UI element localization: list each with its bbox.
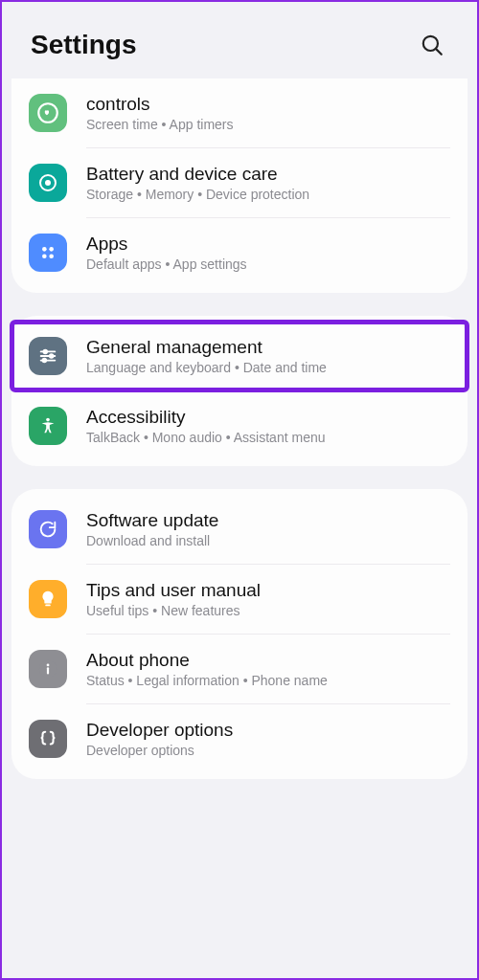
settings-item-title: Apps bbox=[86, 234, 450, 255]
settings-item-sub: Storage • Memory • Device protection bbox=[86, 187, 450, 202]
settings-item-title: Accessibility bbox=[86, 407, 450, 428]
sliders-icon bbox=[29, 337, 67, 375]
settings-item-texts: Software update Download and install bbox=[86, 510, 450, 548]
device-care-icon bbox=[29, 164, 67, 202]
search-button[interactable] bbox=[416, 29, 448, 61]
settings-item-tips[interactable]: Tips and user manual Useful tips • New f… bbox=[11, 565, 468, 634]
svg-point-10 bbox=[43, 350, 47, 354]
settings-item-title: Software update bbox=[86, 510, 450, 531]
settings-item-sub: Default apps • App settings bbox=[86, 256, 450, 272]
heart-shield-icon bbox=[29, 94, 67, 132]
accessibility-icon bbox=[29, 407, 67, 445]
settings-item-sub: Useful tips • New features bbox=[86, 603, 450, 618]
search-icon bbox=[420, 33, 445, 57]
settings-item-sub: Download and install bbox=[86, 533, 450, 548]
settings-item-texts: Accessibility TalkBack • Mono audio • As… bbox=[86, 407, 450, 445]
svg-rect-16 bbox=[45, 605, 51, 607]
update-icon bbox=[29, 510, 67, 548]
header: Settings bbox=[2, 2, 477, 78]
settings-item-title: Battery and device care bbox=[86, 164, 450, 185]
svg-point-14 bbox=[43, 359, 47, 363]
svg-point-4 bbox=[45, 180, 51, 186]
settings-item-title: Developer options bbox=[86, 720, 450, 741]
settings-item-title: controls bbox=[86, 94, 450, 115]
settings-item-texts: Battery and device care Storage • Memory… bbox=[86, 164, 450, 202]
settings-item-sub: TalkBack • Mono audio • Assistant menu bbox=[86, 430, 450, 445]
settings-group: controls Screen time • App timers Batter… bbox=[11, 78, 468, 293]
svg-point-8 bbox=[49, 254, 54, 258]
svg-point-15 bbox=[46, 418, 50, 422]
settings-item-sub: Language and keyboard • Date and time bbox=[86, 360, 450, 375]
settings-item-title: General management bbox=[86, 337, 450, 358]
page-title: Settings bbox=[31, 30, 136, 60]
settings-item-apps[interactable]: Apps Default apps • App settings bbox=[11, 218, 468, 287]
svg-rect-19 bbox=[47, 667, 49, 674]
settings-item-sub: Status • Legal information • Phone name bbox=[86, 673, 450, 688]
settings-item-about-phone[interactable]: About phone Status • Legal information •… bbox=[11, 635, 468, 703]
settings-item-sub: Developer options bbox=[86, 743, 450, 758]
settings-item-texts: About phone Status • Legal information •… bbox=[86, 650, 450, 688]
apps-icon bbox=[29, 234, 67, 272]
settings-item-title: About phone bbox=[86, 650, 450, 671]
settings-group: General management Language and keyboard… bbox=[11, 316, 468, 466]
info-icon bbox=[29, 650, 67, 688]
settings-item-sub: Screen time • App timers bbox=[86, 117, 450, 132]
lightbulb-icon bbox=[29, 580, 67, 618]
svg-point-6 bbox=[49, 247, 54, 252]
settings-item-texts: Tips and user manual Useful tips • New f… bbox=[86, 580, 450, 618]
svg-point-12 bbox=[50, 354, 54, 358]
settings-item-texts: General management Language and keyboard… bbox=[86, 337, 450, 375]
settings-item-texts: controls Screen time • App timers bbox=[86, 94, 450, 132]
settings-item-title: Tips and user manual bbox=[86, 580, 450, 601]
braces-icon bbox=[29, 720, 67, 758]
settings-item-controls[interactable]: controls Screen time • App timers bbox=[11, 78, 468, 147]
svg-point-5 bbox=[42, 247, 47, 252]
settings-item-accessibility[interactable]: Accessibility TalkBack • Mono audio • As… bbox=[11, 391, 468, 460]
settings-item-developer-options[interactable]: Developer options Developer options bbox=[11, 704, 468, 773]
settings-item-software-update[interactable]: Software update Download and install bbox=[11, 495, 468, 564]
settings-item-texts: Developer options Developer options bbox=[86, 720, 450, 758]
svg-line-1 bbox=[436, 49, 442, 55]
settings-group: Software update Download and install Tip… bbox=[11, 489, 468, 779]
settings-item-general-management[interactable]: General management Language and keyboard… bbox=[11, 322, 468, 390]
svg-point-18 bbox=[47, 664, 50, 667]
settings-item-texts: Apps Default apps • App settings bbox=[86, 234, 450, 272]
svg-point-7 bbox=[42, 254, 47, 258]
settings-item-battery[interactable]: Battery and device care Storage • Memory… bbox=[11, 148, 468, 217]
